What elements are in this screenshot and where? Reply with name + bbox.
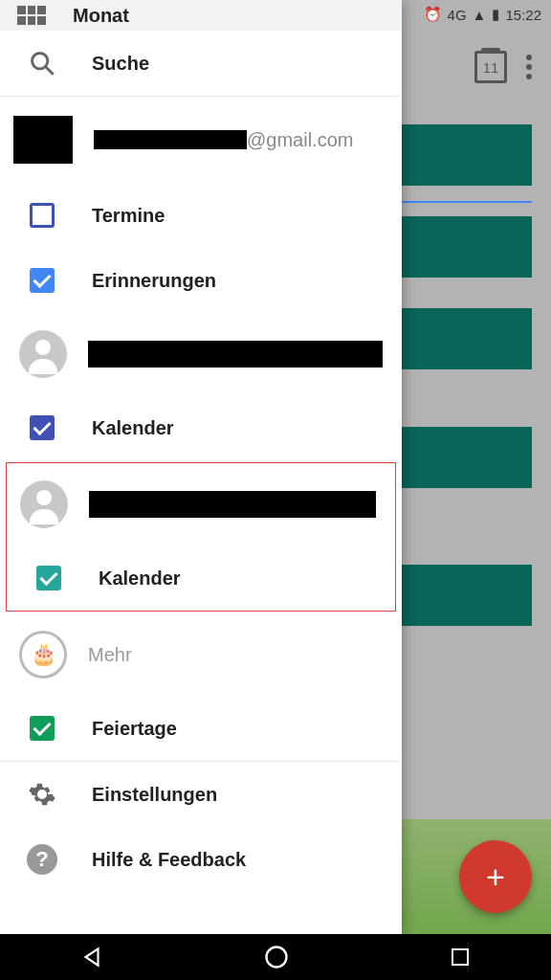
redacted-account-name bbox=[89, 491, 376, 518]
account-header-2[interactable] bbox=[0, 313, 402, 395]
create-event-fab[interactable]: + bbox=[459, 840, 532, 913]
calendar-toggle-termine[interactable]: Termine bbox=[0, 183, 402, 248]
checkbox-checked-icon bbox=[30, 716, 55, 741]
recents-button[interactable] bbox=[449, 946, 472, 969]
erinnerungen-label: Erinnerungen bbox=[92, 270, 216, 292]
annotation-highlight-box: Kalender bbox=[6, 462, 396, 612]
calendar-toggle-erinnerungen[interactable]: Erinnerungen bbox=[0, 248, 402, 313]
settings-label: Einstellungen bbox=[92, 784, 217, 806]
alarm-icon: ⏰ bbox=[424, 6, 442, 23]
calendar-toggle-kalender-1[interactable]: Kalender bbox=[0, 395, 402, 460]
status-bar: ⏰ 4G ▲ ▮ 15:22 bbox=[414, 0, 551, 29]
drawer-item-mehr[interactable]: 🎂 Mehr bbox=[0, 613, 402, 696]
help-icon: ? bbox=[27, 844, 57, 875]
checkbox-checked-icon bbox=[36, 566, 61, 590]
clock-time: 15:22 bbox=[505, 7, 541, 23]
drawer-item-settings[interactable]: Einstellungen bbox=[0, 762, 402, 827]
android-nav-bar bbox=[0, 934, 551, 980]
signal-icon: ▲ bbox=[473, 7, 487, 23]
account-header-1[interactable]: @gmail.com bbox=[0, 97, 402, 183]
redacted-email-local bbox=[94, 130, 247, 149]
current-time-indicator bbox=[402, 201, 532, 203]
kalender1-label: Kalender bbox=[92, 417, 174, 439]
svg-line-1 bbox=[46, 67, 54, 75]
month-view-icon bbox=[17, 6, 46, 25]
search-label: Suche bbox=[92, 53, 149, 75]
drawer-item-month[interactable]: Monat bbox=[0, 0, 402, 31]
drawer-item-help[interactable]: ? Hilfe & Feedback bbox=[0, 827, 402, 892]
network-icon: 4G bbox=[448, 7, 467, 23]
account-header-3[interactable] bbox=[7, 463, 395, 546]
calendar-toggle-kalender-2[interactable]: Kalender bbox=[7, 546, 395, 611]
battery-icon: ▮ bbox=[492, 6, 499, 23]
account-avatar-redacted bbox=[13, 116, 73, 164]
birthday-icon: 🎂 bbox=[19, 631, 67, 679]
home-button[interactable] bbox=[263, 944, 290, 970]
kalender2-label: Kalender bbox=[99, 568, 181, 590]
plus-icon: + bbox=[486, 858, 505, 896]
mehr-label: Mehr bbox=[88, 644, 132, 666]
today-button[interactable]: 11 bbox=[474, 51, 507, 83]
redacted-account-name bbox=[88, 341, 383, 368]
app-toolbar: 11 bbox=[402, 38, 551, 96]
svg-rect-3 bbox=[452, 949, 468, 965]
checkbox-checked-icon bbox=[30, 268, 55, 293]
termine-label: Termine bbox=[92, 205, 165, 227]
svg-point-0 bbox=[33, 54, 48, 69]
email-domain: @gmail.com bbox=[247, 129, 353, 151]
overflow-menu-button[interactable] bbox=[526, 55, 532, 79]
checkbox-checked-icon bbox=[30, 415, 55, 440]
calendar-toggle-feiertage[interactable]: Feiertage bbox=[0, 696, 402, 761]
svg-point-2 bbox=[267, 947, 287, 968]
person-avatar-icon bbox=[19, 330, 67, 378]
navigation-drawer: Monat Suche @gmail.com Termine Erinnerun… bbox=[0, 0, 402, 934]
today-date: 11 bbox=[483, 59, 499, 76]
back-button[interactable] bbox=[79, 945, 104, 969]
feiertage-label: Feiertage bbox=[92, 718, 177, 740]
drawer-item-search[interactable]: Suche bbox=[0, 31, 402, 96]
checkbox-unchecked-icon bbox=[30, 203, 55, 228]
month-label: Monat bbox=[73, 5, 129, 27]
help-label: Hilfe & Feedback bbox=[92, 849, 246, 871]
gear-icon bbox=[28, 780, 56, 809]
search-icon bbox=[29, 50, 55, 77]
person-avatar-icon bbox=[20, 480, 68, 528]
